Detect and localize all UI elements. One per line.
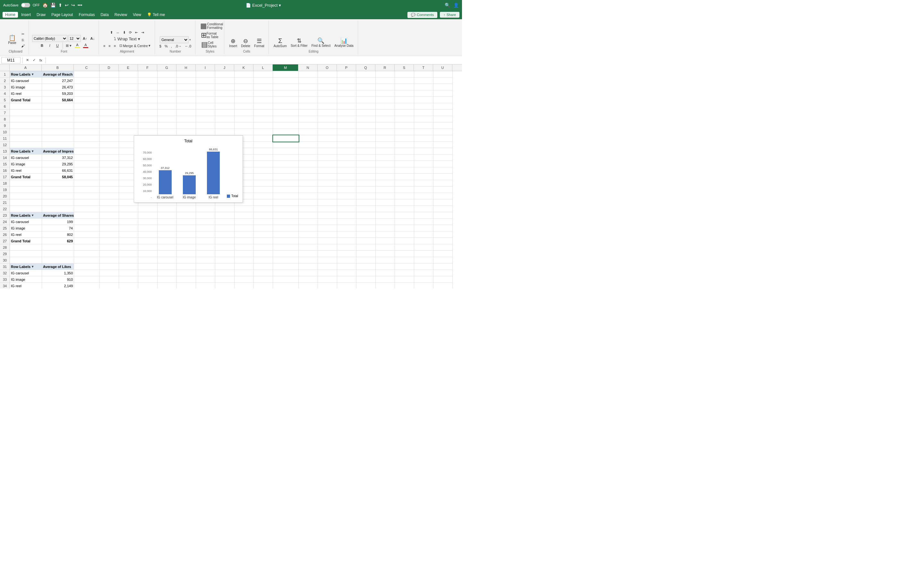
cell-K34[interactable] (234, 283, 254, 288)
align-bottom-button[interactable]: ⬇ (121, 30, 127, 35)
cell-M11[interactable] (273, 135, 299, 142)
cell-O5[interactable] (318, 97, 337, 103)
cell-H8[interactable] (177, 116, 196, 122)
cell-E25[interactable] (119, 225, 138, 231)
analyse-data-button[interactable]: 📊 Analyse Data (333, 37, 355, 48)
cell-N15[interactable] (299, 161, 318, 167)
cell-T18[interactable] (414, 180, 433, 187)
cell-R2[interactable] (376, 77, 395, 84)
cell-L30[interactable] (254, 257, 273, 263)
cell-G27[interactable] (158, 238, 177, 244)
row-num-17[interactable]: 17 (0, 174, 10, 180)
cell-F9[interactable] (138, 122, 158, 129)
cell-D6[interactable] (100, 103, 119, 110)
cell-S32[interactable] (395, 270, 414, 276)
cell-P3[interactable] (337, 84, 357, 90)
cell-I25[interactable] (196, 225, 215, 231)
cell-M31[interactable] (273, 263, 299, 270)
cell-L17[interactable] (254, 174, 273, 180)
cell-N26[interactable] (299, 231, 318, 238)
cell-O31[interactable] (318, 263, 337, 270)
row-num-26[interactable]: 26 (0, 231, 10, 238)
row-num-23[interactable]: 23 (0, 212, 10, 219)
cell-B25[interactable]: 74 (42, 225, 74, 231)
cell-N22[interactable] (299, 206, 318, 212)
cell-D25[interactable] (100, 225, 119, 231)
cell-C26[interactable] (74, 231, 100, 238)
cell-F31[interactable] (138, 263, 158, 270)
cell-L25[interactable] (254, 225, 273, 231)
cell-L18[interactable] (254, 180, 273, 187)
cell-R18[interactable] (376, 180, 395, 187)
cell-U11[interactable] (433, 135, 453, 142)
cell-J4[interactable] (215, 90, 234, 97)
cell-L27[interactable] (254, 238, 273, 244)
cell-D1[interactable] (100, 71, 119, 77)
cell-G1[interactable] (158, 71, 177, 77)
row-num-33[interactable]: 33 (0, 276, 10, 283)
cell-R13[interactable] (376, 148, 395, 155)
cell-L20[interactable] (254, 193, 273, 199)
cell-D22[interactable] (100, 206, 119, 212)
cell-N10[interactable] (299, 129, 318, 135)
col-header-R[interactable]: R (375, 64, 395, 71)
cell-K29[interactable] (234, 251, 254, 257)
cell-U3[interactable] (433, 84, 453, 90)
cell-Q30[interactable] (357, 257, 376, 263)
percent-button[interactable]: % (163, 44, 169, 49)
cell-Q1[interactable] (357, 71, 376, 77)
cell-C25[interactable] (74, 225, 100, 231)
cell-H4[interactable] (177, 90, 196, 97)
auto-sum-button[interactable]: Σ AutoSum (272, 37, 288, 49)
cell-Q16[interactable] (357, 167, 376, 174)
cell-N30[interactable] (299, 257, 318, 263)
cell-C1[interactable] (74, 71, 100, 77)
cell-M12[interactable] (273, 142, 299, 148)
cell-L7[interactable] (254, 110, 273, 116)
cell-B22[interactable] (42, 206, 74, 212)
cell-B9[interactable] (42, 122, 74, 129)
cell-J10[interactable] (215, 129, 234, 135)
cell-M23[interactable] (273, 212, 299, 219)
cell-M20[interactable] (273, 193, 299, 199)
cell-S22[interactable] (395, 206, 414, 212)
cell-Q10[interactable] (357, 129, 376, 135)
cell-S19[interactable] (395, 187, 414, 193)
cell-K22[interactable] (234, 206, 254, 212)
cell-G7[interactable] (158, 110, 177, 116)
row-num-14[interactable]: 14 (0, 155, 10, 161)
cell-C19[interactable] (74, 187, 100, 193)
cell-S16[interactable] (395, 167, 414, 174)
cell-Q6[interactable] (357, 103, 376, 110)
cell-D34[interactable] (100, 283, 119, 288)
cell-P21[interactable] (337, 199, 357, 206)
cell-K9[interactable] (234, 122, 254, 129)
cell-O34[interactable] (318, 283, 337, 288)
cell-S2[interactable] (395, 77, 414, 84)
cell-Q18[interactable] (357, 180, 376, 187)
cell-J5[interactable] (215, 97, 234, 103)
cell-T25[interactable] (414, 225, 433, 231)
cell-U18[interactable] (433, 180, 453, 187)
cell-J31[interactable] (215, 263, 234, 270)
cell-N21[interactable] (299, 199, 318, 206)
cell-B32[interactable]: 1,350 (42, 270, 74, 276)
cell-O27[interactable] (318, 238, 337, 244)
cell-U31[interactable] (433, 263, 453, 270)
cell-F2[interactable] (138, 77, 158, 84)
cell-C9[interactable] (74, 122, 100, 129)
cell-L14[interactable] (254, 155, 273, 161)
cell-N12[interactable] (299, 142, 318, 148)
cell-L16[interactable] (254, 167, 273, 174)
cell-D28[interactable] (100, 244, 119, 251)
align-center-button[interactable]: ≡ (107, 43, 111, 48)
cell-N5[interactable] (299, 97, 318, 103)
cell-E29[interactable] (119, 251, 138, 257)
cell-H23[interactable] (177, 212, 196, 219)
cell-E6[interactable] (119, 103, 138, 110)
cell-I31[interactable] (196, 263, 215, 270)
cell-M34[interactable] (273, 283, 299, 288)
row-num-16[interactable]: 16 (0, 167, 10, 174)
cell-A32[interactable]: IG carousel (10, 270, 42, 276)
dec-increase-button[interactable]: .0→ (174, 44, 183, 49)
